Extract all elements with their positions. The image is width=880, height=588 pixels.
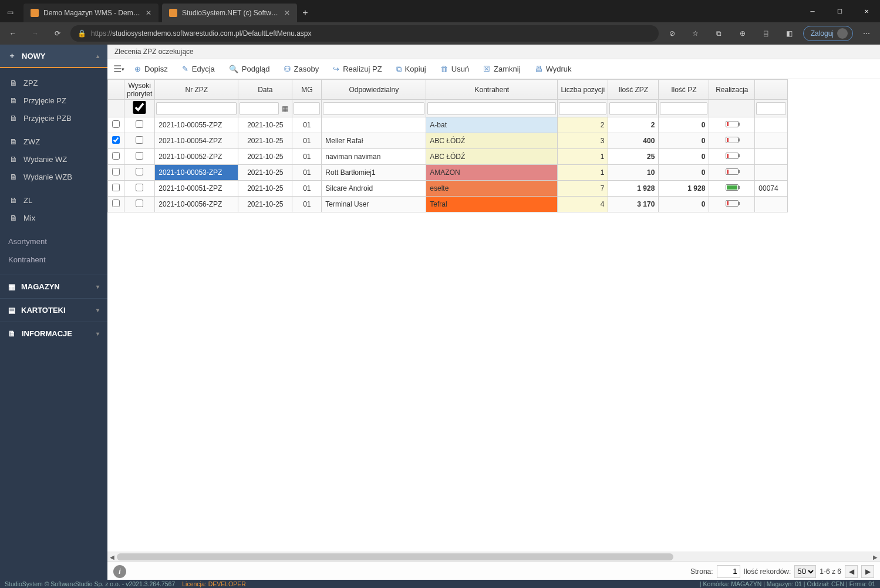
toolbar-realizuj[interactable]: ↪Realizuj PZ <box>327 62 387 76</box>
minimize-button[interactable]: ─ <box>799 2 826 20</box>
collections-icon[interactable]: ⊕ <box>733 25 753 42</box>
priority-checkbox[interactable] <box>136 200 143 207</box>
table-row[interactable]: 2021-10-00055-ZPZ2021-10-2501A-bat220 <box>108 117 788 133</box>
browser-tab[interactable]: Demo Magazyn WMS - Demo o… ✕ <box>23 4 159 22</box>
new-tab-button[interactable]: + <box>297 4 313 22</box>
toolbar-podglad[interactable]: 🔍Podgląd <box>223 62 276 76</box>
col-header[interactable]: Wysoki priorytet <box>124 80 155 100</box>
filter-ipz-input[interactable] <box>660 102 707 115</box>
filter-izpz-input[interactable] <box>609 102 657 115</box>
info-icon[interactable]: i <box>113 565 126 578</box>
extensions-icon[interactable]: ⌸ <box>756 25 776 42</box>
scroll-left-icon[interactable]: ◀ <box>107 552 117 562</box>
filter-priority-checkbox[interactable] <box>126 101 153 114</box>
close-icon[interactable]: ✕ <box>146 9 151 17</box>
sidebar-magazyn[interactable]: ▦MAGAZYN▾ <box>0 275 107 298</box>
horizontal-scrollbar[interactable]: ◀ ▶ <box>107 552 880 561</box>
calendar-icon[interactable]: ▦ <box>279 104 291 113</box>
close-window-button[interactable]: ✕ <box>853 2 880 20</box>
sidebar-item-pzb[interactable]: 🗎Przyjęcie PZB <box>0 109 107 127</box>
filter-nr-input[interactable] <box>156 102 237 115</box>
col-header[interactable]: Kontrahent <box>426 80 558 100</box>
cell-extra <box>755 165 788 181</box>
row-checkbox[interactable] <box>112 120 120 128</box>
favorite-icon[interactable]: ☆ <box>686 25 706 42</box>
row-checkbox[interactable] <box>112 152 120 160</box>
app-icon[interactable]: ◧ <box>780 25 800 42</box>
table-row[interactable]: 2021-10-00054-ZPZ2021-10-2501Meller Rafa… <box>108 133 788 149</box>
table-row[interactable]: 2021-10-00053-ZPZ2021-10-2501Rott Bartło… <box>108 165 788 181</box>
sidebar-link-asortyment[interactable]: Asortyment <box>0 232 107 251</box>
toolbar-wydruk[interactable]: 🖶Wydruk <box>529 62 578 76</box>
filter-mg-input[interactable] <box>294 102 320 115</box>
filter-date-input[interactable] <box>240 102 279 115</box>
toolbar-kopiuj[interactable]: ⧉Kopiuj <box>390 62 432 76</box>
toolbar-dopisz[interactable]: ⊕Dopisz <box>129 62 174 76</box>
cell-ilosc-pz: 0 <box>659 117 709 133</box>
priority-checkbox[interactable] <box>136 168 143 175</box>
refresh-button[interactable]: ⟳ <box>48 25 67 42</box>
browser-tab[interactable]: StudioSystem.NET (c) SoftwareSt… ✕ <box>162 4 297 22</box>
sidebar-item-wz[interactable]: 🗎Wydanie WZ <box>0 150 107 168</box>
row-checkbox[interactable] <box>112 168 120 175</box>
col-header[interactable]: Ilość PZ <box>659 80 709 100</box>
table-row[interactable]: 2021-10-00051-ZPZ2021-10-2501Silcare And… <box>108 181 788 197</box>
sidebar-nowy[interactable]: ＋ NOWY ▴ <box>0 45 107 68</box>
col-header[interactable]: Data <box>238 80 292 100</box>
scroll-right-icon[interactable]: ▶ <box>871 552 880 562</box>
toolbar-zamknij[interactable]: ☒Zamknij <box>477 62 527 76</box>
filter-poz-input[interactable] <box>559 102 606 115</box>
sidebar-item-pz[interactable]: 🗎Przyjęcie PZ <box>0 92 107 109</box>
tracking-icon[interactable]: ⊘ <box>662 25 682 42</box>
row-checkbox[interactable] <box>112 136 120 144</box>
address-bar[interactable]: 🔒 https://studiosystemdemo.softwarestudi… <box>70 25 659 42</box>
sidebar-item-wzb[interactable]: 🗎Wydanie WZB <box>0 168 107 185</box>
sidebar-item-zl[interactable]: 🗎ZL <box>0 191 107 209</box>
page-input[interactable] <box>717 565 740 578</box>
cell-data: 2021-10-25 <box>238 197 292 212</box>
table-row[interactable]: 2021-10-00056-ZPZ2021-10-2501Terminal Us… <box>108 197 788 212</box>
filter-kon-input[interactable] <box>427 102 556 115</box>
profile-button[interactable]: Zaloguj <box>803 26 853 41</box>
site-info-icon[interactable]: 🔒 <box>77 29 86 38</box>
menu-icon[interactable]: ☰▾ <box>111 62 126 77</box>
toolbar-edycja[interactable]: ✎Edycja <box>176 62 221 76</box>
more-icon[interactable]: ⋯ <box>857 25 876 42</box>
col-header[interactable]: Odpowiedzialny <box>322 80 426 100</box>
col-header[interactable]: Nr ZPZ <box>155 80 238 100</box>
priority-checkbox[interactable] <box>136 152 143 160</box>
forward-button[interactable]: → <box>26 25 45 42</box>
toolbar-zasoby[interactable]: ⛁Zasoby <box>278 62 325 76</box>
prev-page-button[interactable]: ◀ <box>845 565 858 578</box>
maximize-button[interactable]: ☐ <box>826 2 853 20</box>
priority-checkbox[interactable] <box>136 120 143 128</box>
records-select[interactable]: 50 <box>794 565 816 578</box>
row-checkbox[interactable] <box>112 200 120 207</box>
col-header[interactable]: Realizacja <box>709 80 755 100</box>
back-button[interactable]: ← <box>4 25 22 42</box>
next-page-button[interactable]: ▶ <box>861 565 874 578</box>
priority-checkbox[interactable] <box>136 184 143 191</box>
sidebar-kartoteki[interactable]: ▤KARTOTEKI▾ <box>0 298 107 322</box>
scroll-thumb[interactable] <box>117 553 673 560</box>
cell-mg: 01 <box>292 117 322 133</box>
sidebar-item-mix[interactable]: 🗎Mix <box>0 209 107 227</box>
col-header[interactable]: MG <box>292 80 322 100</box>
priority-checkbox[interactable] <box>136 136 143 144</box>
col-header[interactable]: Ilość ZPZ <box>608 80 659 100</box>
row-checkbox[interactable] <box>112 184 120 191</box>
sidebar-informacje[interactable]: 🗎INFORMACJE▾ <box>0 322 107 345</box>
col-header[interactable] <box>755 80 788 100</box>
filter-odp-input[interactable] <box>323 102 424 115</box>
reading-icon[interactable]: ⧉ <box>709 25 729 42</box>
table-row[interactable]: 2021-10-00052-ZPZ2021-10-2501naviman nav… <box>108 149 788 165</box>
filter-extra-input[interactable] <box>756 102 786 115</box>
col-header[interactable] <box>108 80 124 100</box>
sidebar-item-zpz[interactable]: 🗎ZPZ <box>0 74 107 92</box>
close-icon[interactable]: ✕ <box>284 9 290 17</box>
toolbar-usun[interactable]: 🗑Usuń <box>434 62 475 76</box>
sidebar-item-zwz[interactable]: 🗎ZWZ <box>0 133 107 150</box>
col-header[interactable]: Liczba pozycji <box>558 80 608 100</box>
tab-actions-icon[interactable]: ▭ <box>0 4 20 21</box>
sidebar-link-kontrahent[interactable]: Kontrahent <box>0 251 107 269</box>
